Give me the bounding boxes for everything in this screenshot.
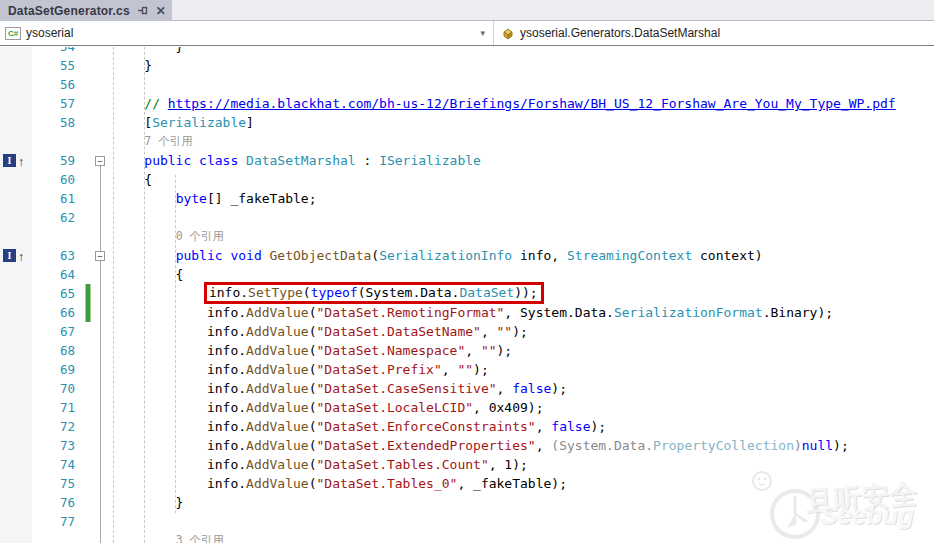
fold-collapse-icon[interactable]: − (95, 156, 105, 166)
code-token: , _fakeTable); (457, 476, 567, 491)
code-token: "DataSet.Namespace" (317, 343, 466, 358)
line-number[interactable]: 64 (32, 265, 75, 284)
code-token: ISerializable (379, 153, 481, 168)
code-token: public void (176, 248, 270, 263)
code-line[interactable]: 57 // https://media.blackhat.com/bh-us-1… (0, 94, 934, 113)
code-line[interactable]: 54 } (0, 47, 934, 56)
fold-collapse-icon[interactable]: − (95, 251, 105, 261)
line-number[interactable]: 74 (32, 455, 75, 474)
line-number[interactable]: 72 (32, 417, 75, 436)
code-token: ( (309, 305, 317, 320)
code-line[interactable]: 72 info.AddValue("DataSet.EnforceConstra… (0, 417, 934, 436)
line-number[interactable]: 58 (32, 113, 75, 132)
code-token: info. (113, 419, 246, 434)
code-line[interactable]: 56 (0, 75, 934, 94)
code-line[interactable]: 71 info.AddValue("DataSet.LocaleLCID", 0… (0, 398, 934, 417)
code-token: ( (309, 324, 317, 339)
code-token: "DataSet.RemotingFormat" (317, 305, 505, 320)
line-number[interactable]: 55 (32, 56, 75, 75)
code-text[interactable]: info.AddValue("DataSet.Tables.Count", 1)… (113, 455, 528, 474)
project-dropdown[interactable]: C# ysoserial ▾ (0, 21, 494, 45)
line-number[interactable]: 68 (32, 341, 75, 360)
code-token: , 1); (489, 457, 528, 472)
code-token: info. (113, 457, 246, 472)
pin-icon[interactable] (137, 5, 149, 17)
code-text[interactable]: { (113, 170, 152, 189)
code-line[interactable]: 62 (0, 208, 934, 227)
code-text[interactable]: info.AddValue("DataSet.LocaleLCID", 0x40… (113, 398, 544, 417)
line-number[interactable]: 77 (32, 512, 75, 531)
code-line[interactable]: 73 info.AddValue("DataSet.ExtendedProper… (0, 436, 934, 455)
code-text[interactable]: info.AddValue("DataSet.Prefix", ""); (113, 360, 489, 379)
code-text[interactable]: info.AddValue("DataSet.Namespace", ""); (113, 341, 512, 360)
code-line[interactable]: 55 } (0, 56, 934, 75)
code-text[interactable]: } (113, 47, 183, 56)
code-text[interactable]: info.AddValue("DataSet.EnforceConstraint… (113, 417, 606, 436)
line-number[interactable]: 54 (32, 47, 75, 56)
line-number[interactable]: 70 (32, 379, 75, 398)
code-text[interactable]: } (113, 493, 183, 512)
code-line[interactable]: 61 byte[] _fakeTable; (0, 189, 934, 208)
line-number[interactable]: 65 (32, 284, 75, 303)
line-number[interactable]: 59 (32, 151, 75, 170)
line-number[interactable]: 62 (32, 208, 75, 227)
code-token: "DataSet.EnforceConstraints" (317, 419, 536, 434)
code-token: "DataSet.LocaleLCID" (317, 400, 474, 415)
code-token: .Binary); (763, 305, 833, 320)
code-token: AddValue (246, 362, 309, 377)
code-text[interactable]: { (113, 265, 183, 284)
code-text[interactable]: info.SetType(typeof(System.Data.DataSet)… (113, 284, 544, 303)
codelens-references[interactable]: 3 个引用 (176, 531, 224, 543)
code-text[interactable]: } (113, 56, 152, 75)
line-number[interactable]: 60 (32, 170, 75, 189)
code-text[interactable]: info.AddValue("DataSet.ExtendedPropertie… (113, 436, 849, 455)
codelens-references[interactable]: 7 个引用 (144, 132, 192, 151)
inheritance-margin-icon[interactable]: I (3, 249, 16, 262)
codelens-references[interactable]: 0 个引用 (176, 227, 224, 246)
line-number[interactable]: 67 (32, 322, 75, 341)
line-number[interactable]: 61 (32, 189, 75, 208)
code-token: Serializable (152, 115, 246, 130)
code-text[interactable]: info.AddValue("DataSet.CaseSensitive", f… (113, 379, 567, 398)
line-number[interactable]: 73 (32, 436, 75, 455)
tab-datasetgenerator[interactable]: DataSetGenerator.cs ✕ (0, 0, 172, 21)
code-line[interactable]: 69 info.AddValue("DataSet.Prefix", ""); (0, 360, 934, 379)
close-icon[interactable]: ✕ (156, 5, 166, 17)
line-number[interactable]: 56 (32, 75, 75, 94)
type-dropdown[interactable]: ysoserial.Generators.DataSetMarshal (494, 21, 934, 45)
code-line[interactable]: 58 [Serializable] (0, 113, 934, 132)
line-number[interactable]: 57 (32, 94, 75, 113)
code-line[interactable]: I↑63− public void GetObjectData(Serializ… (0, 246, 934, 265)
code-text[interactable]: byte[] _fakeTable; (113, 189, 317, 208)
line-number[interactable]: 63 (32, 246, 75, 265)
code-line[interactable]: 67 info.AddValue("DataSet.DataSetName", … (0, 322, 934, 341)
code-text[interactable]: public void GetObjectData(SerializationI… (113, 246, 763, 265)
line-number[interactable]: 71 (32, 398, 75, 417)
code-text[interactable]: info.AddValue("DataSet.DataSetName", "")… (113, 322, 528, 341)
line-number[interactable]: 75 (32, 474, 75, 493)
line-number[interactable]: 76 (32, 493, 75, 512)
code-text[interactable]: // https://media.blackhat.com/bh-us-12/B… (113, 94, 896, 113)
code-line[interactable]: I↑59− public class DataSetMarshal : ISer… (0, 151, 934, 170)
code-text[interactable]: info.AddValue("DataSet.Tables_0", _fakeT… (113, 474, 567, 493)
code-line[interactable]: 65 info.SetType(typeof(System.Data.DataS… (0, 284, 934, 303)
code-text[interactable]: public class DataSetMarshal : ISerializa… (113, 151, 481, 170)
code-text[interactable]: [Serializable] (113, 113, 254, 132)
code-line[interactable]: 60 { (0, 170, 934, 189)
code-token: ( (371, 248, 379, 263)
code-token: "DataSet.Prefix" (317, 362, 442, 377)
line-number[interactable]: 66 (32, 303, 75, 322)
code-token: ); (833, 438, 849, 453)
code-token: PropertyCollection (653, 438, 794, 453)
code-text[interactable]: info.AddValue("DataSet.RemotingFormat", … (113, 303, 833, 322)
chevron-down-icon[interactable]: ▾ (480, 28, 485, 38)
line-number[interactable]: 69 (32, 360, 75, 379)
code-line[interactable]: 70 info.AddValue("DataSet.CaseSensitive"… (0, 379, 934, 398)
code-token: , 0x409); (473, 400, 543, 415)
comment-hyperlink[interactable]: https://media.blackhat.com/bh-us-12/Brie… (168, 96, 896, 111)
inheritance-margin-icon[interactable]: I (3, 154, 16, 167)
code-line[interactable]: 66 info.AddValue("DataSet.RemotingFormat… (0, 303, 934, 322)
code-token: "DataSet.Tables.Count" (317, 457, 489, 472)
code-line[interactable]: 68 info.AddValue("DataSet.Namespace", ""… (0, 341, 934, 360)
code-token: AddValue (246, 438, 309, 453)
